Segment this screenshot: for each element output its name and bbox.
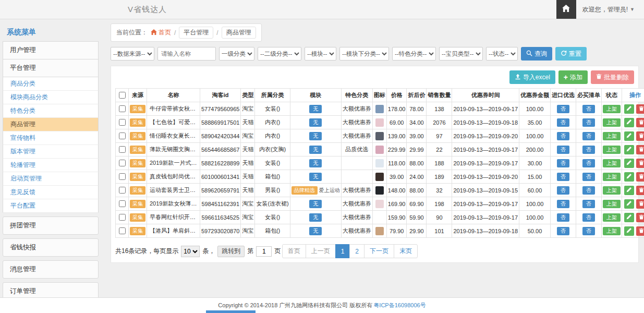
page-button-下一页[interactable]: 下一页	[364, 244, 394, 258]
module-none-badge[interactable]: 无	[309, 227, 322, 235]
search-button[interactable]: 查询	[521, 47, 552, 61]
edit-button[interactable]	[624, 131, 634, 141]
status-toggle[interactable]: 上架	[603, 105, 621, 113]
delete-button[interactable]	[636, 145, 644, 154]
status-toggle[interactable]: 上架	[603, 159, 621, 167]
module-none-badge[interactable]: 无	[309, 146, 322, 154]
user-menu[interactable]: 欢迎您，管理员! ▼	[576, 5, 644, 14]
must-buy-toggle[interactable]: 否	[582, 227, 595, 235]
import-select-toggle[interactable]: 否	[557, 173, 569, 181]
edit-button[interactable]	[624, 104, 634, 114]
filter-select-3[interactable]: --二级分类--	[258, 47, 301, 61]
module-none-badge[interactable]: 无	[309, 132, 322, 140]
page-button-上一页[interactable]: 上一页	[306, 244, 336, 258]
product-thumbnail[interactable]	[375, 159, 384, 167]
breadcrumb-home-link[interactable]: 首页	[151, 28, 171, 37]
status-toggle[interactable]: 上架	[603, 118, 621, 127]
name-search-input[interactable]	[157, 47, 216, 61]
page-button-首页[interactable]: 首页	[282, 244, 306, 258]
sidebar-item-6[interactable]: 商品管理	[3, 118, 99, 131]
status-toggle[interactable]: 上架	[603, 132, 621, 140]
filter-select-2[interactable]: 一级分类	[219, 47, 254, 61]
filter-select-4[interactable]: --模块--	[305, 47, 336, 61]
sidebar-item-9[interactable]: 轮播管理	[3, 159, 99, 172]
import-select-toggle[interactable]: 否	[557, 200, 569, 208]
status-toggle[interactable]: 上架	[603, 213, 621, 222]
status-toggle[interactable]: 上架	[603, 227, 621, 235]
sidebar-item-8[interactable]: 版本管理	[3, 145, 99, 159]
per-page-select[interactable]: 10	[181, 246, 200, 257]
breadcrumb-item[interactable]: 平台管理	[179, 27, 213, 39]
delete-button[interactable]	[636, 186, 644, 195]
add-button[interactable]: + 添加	[558, 70, 588, 84]
breadcrumb-item[interactable]: 商品管理	[222, 27, 256, 39]
edit-button[interactable]	[624, 199, 634, 209]
must-buy-toggle[interactable]: 否	[582, 173, 595, 181]
module-none-badge[interactable]: 无	[309, 200, 322, 208]
row-checkbox[interactable]	[119, 119, 126, 126]
filter-select-1[interactable]: --数据来源--	[111, 47, 154, 61]
sidebar-item-2[interactable]: 平台管理	[3, 59, 99, 77]
must-buy-toggle[interactable]: 否	[582, 146, 595, 154]
filter-select-5[interactable]: --模块下分类--	[339, 47, 389, 61]
must-buy-toggle[interactable]: 否	[582, 132, 595, 140]
horizontal-scrollbar-thumb[interactable]	[206, 310, 256, 313]
status-toggle[interactable]: 上架	[603, 173, 621, 181]
row-checkbox[interactable]	[119, 160, 126, 166]
module-none-badge[interactable]: 无	[309, 105, 322, 113]
import-select-toggle[interactable]: 否	[557, 159, 569, 167]
jump-page-input[interactable]	[256, 246, 272, 257]
product-thumbnail[interactable]	[375, 186, 384, 195]
filter-select-7[interactable]: --宝贝类型--	[439, 47, 483, 61]
sidebar-item-7[interactable]: 宣传物料	[3, 131, 99, 145]
sidebar-item-1[interactable]: 用户管理	[3, 41, 99, 59]
must-buy-toggle[interactable]: 否	[582, 213, 595, 222]
module-none-badge[interactable]: 无	[309, 173, 322, 181]
row-checkbox[interactable]	[119, 214, 126, 221]
edit-button[interactable]	[624, 186, 634, 195]
filter-select-6[interactable]: --特色分类--	[392, 47, 436, 61]
edit-button[interactable]	[624, 172, 634, 182]
delete-button[interactable]	[636, 172, 644, 182]
edit-button[interactable]	[624, 159, 634, 168]
delete-button[interactable]	[636, 104, 644, 114]
edit-button[interactable]	[624, 226, 634, 236]
sidebar-item-5[interactable]: 特色分类	[3, 104, 99, 118]
page-button-1[interactable]: 1	[335, 244, 350, 258]
reset-button[interactable]: 重置	[555, 47, 587, 61]
filter-select-8[interactable]: --状态--	[486, 47, 518, 61]
row-checkbox[interactable]	[119, 200, 126, 207]
status-toggle[interactable]: 上架	[603, 186, 621, 195]
product-thumbnail[interactable]	[375, 227, 384, 235]
sidebar-item-12[interactable]: 平台配置	[3, 199, 99, 213]
row-checkbox[interactable]	[119, 133, 126, 139]
page-button-末页[interactable]: 末页	[394, 244, 418, 258]
select-all-checkbox[interactable]	[119, 92, 126, 99]
product-thumbnail[interactable]	[375, 146, 384, 154]
product-thumbnail[interactable]	[375, 105, 384, 113]
icp-link[interactable]: 粤ICP备16098006号	[373, 302, 426, 309]
sidebar-item-13[interactable]: 拼团管理	[3, 216, 99, 235]
sidebar-item-14[interactable]: 省钱快报	[3, 238, 99, 257]
product-thumbnail[interactable]	[375, 173, 384, 181]
row-checkbox[interactable]	[119, 146, 126, 153]
import-select-toggle[interactable]: 否	[557, 132, 569, 140]
sidebar-item-4[interactable]: 模块商品分类	[3, 91, 99, 104]
must-buy-toggle[interactable]: 否	[582, 159, 595, 167]
delete-button[interactable]	[636, 213, 644, 222]
row-checkbox[interactable]	[119, 105, 126, 112]
module-none-badge[interactable]: 无	[309, 118, 322, 127]
batch-delete-button[interactable]: 批量删除	[591, 70, 634, 84]
product-thumbnail[interactable]	[375, 132, 384, 140]
import-select-toggle[interactable]: 否	[557, 105, 569, 113]
row-checkbox[interactable]	[119, 173, 126, 180]
delete-button[interactable]	[636, 118, 644, 127]
sidebar-item-11[interactable]: 意见反馈	[3, 186, 99, 199]
row-checkbox[interactable]	[119, 227, 126, 234]
product-thumbnail[interactable]	[375, 118, 384, 127]
sidebar-item-10[interactable]: 启动页管理	[3, 172, 99, 186]
row-checkbox[interactable]	[119, 187, 126, 194]
module-none-badge[interactable]: 无	[309, 159, 322, 167]
status-toggle[interactable]: 上架	[603, 146, 621, 154]
home-button[interactable]	[556, 0, 576, 19]
